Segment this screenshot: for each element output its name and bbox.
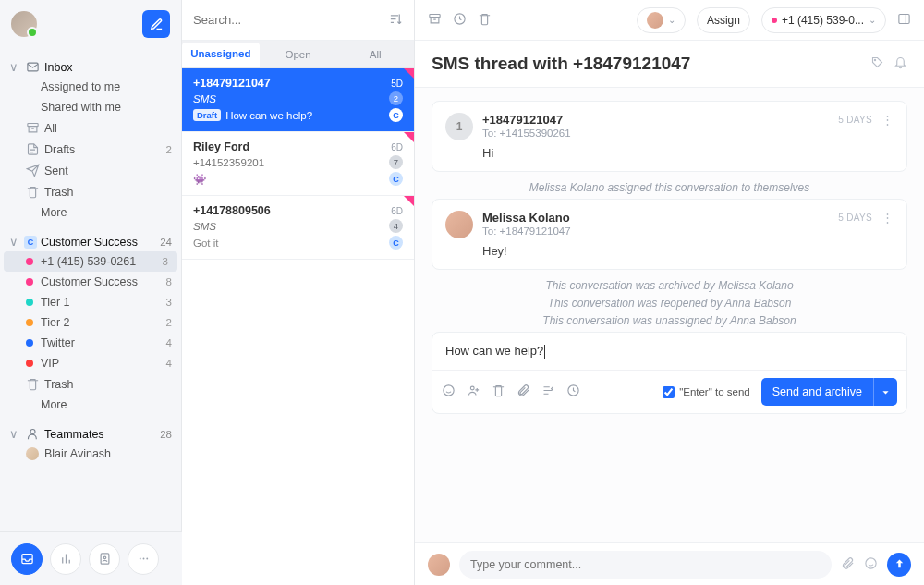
sidebar-item-drafts[interactable]: Drafts2	[0, 139, 181, 160]
sidebar-item-vip[interactable]: VIP4	[0, 353, 181, 373]
main-panel: ⌄ Assign +1 (415) 539-0...⌄ SMS thread w…	[415, 0, 924, 585]
draft-badge: Draft	[193, 109, 221, 121]
mention-button[interactable]	[467, 384, 480, 400]
svg-rect-10	[899, 14, 909, 23]
sidebar-section-team[interactable]: ∨ Teammates 28	[0, 424, 181, 444]
svg-point-12	[444, 385, 454, 396]
sidebar: ∨ Inbox Assigned to me Shared with me Al…	[0, 0, 182, 585]
sidebar-item-more[interactable]: More	[0, 202, 181, 223]
send-dropdown[interactable]	[873, 378, 897, 406]
comment-bar	[415, 542, 924, 585]
channel-picker[interactable]: +1 (415) 539-0...⌄	[761, 7, 886, 33]
message: 1 +184791210475 DAYS⋮ To: +14155390261 H…	[432, 101, 907, 172]
system-note: This conversation was reopened by Anna B…	[432, 297, 907, 310]
compose-button[interactable]	[142, 10, 170, 38]
inbox-icon	[24, 60, 41, 74]
sidebar-item-assigned[interactable]: Assigned to me	[0, 77, 181, 97]
system-note: This conversation was archived by Meliss…	[432, 279, 907, 292]
system-note: Melissa Kolano assigned this conversatio…	[432, 181, 907, 194]
delete-button[interactable]	[478, 12, 492, 29]
conversation-item[interactable]: +184791210475D SMS2 DraftHow can we help…	[182, 68, 414, 132]
sidebar-item-cs[interactable]: Customer Success8	[0, 272, 181, 292]
tray-icon	[20, 552, 34, 566]
more-icon	[137, 552, 151, 566]
sidebar-item-teammate[interactable]: Blair Avinash	[0, 444, 181, 464]
user-avatar[interactable]	[11, 11, 37, 37]
svg-point-5	[139, 558, 140, 560]
message-avatar	[445, 211, 473, 238]
sidebar-item-phone[interactable]: +1 (415) 539-02613	[4, 251, 177, 272]
attach-button[interactable]	[517, 384, 530, 400]
trash-icon	[24, 185, 41, 199]
channel-badge: C	[389, 236, 403, 250]
comment-avatar	[428, 554, 450, 576]
channel-badge: C	[389, 108, 403, 122]
flag-indicator	[404, 132, 414, 142]
tag-button[interactable]	[870, 55, 884, 72]
conversation-item[interactable]: +141788095066D SMS4 Got itC	[182, 196, 414, 260]
bell-button[interactable]	[894, 55, 907, 72]
main-toolbar: ⌄ Assign +1 (415) 539-0...⌄	[415, 0, 924, 41]
svg-point-6	[142, 558, 144, 560]
bottom-inbox-button[interactable]	[11, 543, 43, 575]
message-avatar: 1	[445, 113, 473, 140]
comment-emoji-icon[interactable]	[864, 556, 878, 573]
bottom-contacts-button[interactable]	[89, 543, 120, 575]
sidebar-section-inbox[interactable]: ∨ Inbox	[0, 57, 181, 77]
message: Melissa Kolano5 DAYS⋮ To: +18479121047 H…	[432, 199, 907, 270]
svg-point-7	[146, 558, 148, 560]
enter-to-send[interactable]: "Enter" to send	[663, 386, 750, 398]
emoji-button[interactable]	[442, 384, 456, 400]
sidebar-item-tier2[interactable]: Tier 22	[0, 312, 181, 333]
composer: How can we help? "Enter" to send Send an…	[432, 332, 907, 414]
assign-button[interactable]: Assign	[697, 7, 750, 33]
channel-dot	[772, 18, 777, 23]
composer-delete-button[interactable]	[492, 384, 505, 400]
svg-rect-1	[27, 124, 37, 127]
sidebar-item-tier1[interactable]: Tier 13	[0, 292, 181, 312]
bottom-analytics-button[interactable]	[50, 543, 81, 575]
archive-icon	[24, 121, 41, 135]
tab-all[interactable]: All	[336, 43, 414, 66]
flag-indicator	[404, 196, 414, 206]
enter-checkbox[interactable]	[663, 386, 675, 398]
contacts-icon	[98, 552, 112, 566]
svg-point-2	[30, 430, 35, 434]
comment-input[interactable]	[459, 551, 832, 579]
tab-open[interactable]: Open	[260, 43, 337, 66]
comment-attach-icon[interactable]	[841, 556, 855, 573]
sidebar-item-cs-trash[interactable]: Trash	[0, 373, 181, 395]
trash-icon	[24, 377, 41, 391]
sidebar-section-cs[interactable]: ∨ C Customer Success 24	[0, 232, 181, 251]
system-note: This conversation was unassigned by Anna…	[432, 314, 907, 327]
thread-body: 1 +184791210475 DAYS⋮ To: +14155390261 H…	[415, 88, 924, 542]
bottom-more-button[interactable]	[128, 543, 159, 575]
schedule-button[interactable]	[566, 384, 580, 400]
message-menu[interactable]: ⋮	[881, 113, 894, 127]
sidebar-item-sent[interactable]: Sent	[0, 160, 181, 181]
sidebar-item-all[interactable]: All	[0, 117, 181, 139]
flag-indicator	[404, 68, 414, 79]
assignee-picker[interactable]: ⌄	[637, 7, 686, 33]
send-button[interactable]: Send and archive	[761, 378, 897, 406]
sidebar-item-twitter[interactable]: Twitter4	[0, 333, 181, 353]
side-panel-button[interactable]	[897, 12, 911, 29]
sidebar-item-cs-more[interactable]: More	[0, 395, 181, 415]
message-menu[interactable]: ⋮	[881, 211, 894, 225]
template-button[interactable]	[541, 384, 555, 400]
conversation-tabs: Unassigned Open All	[182, 41, 414, 68]
sidebar-item-shared[interactable]: Shared with me	[0, 97, 181, 117]
search-input[interactable]	[193, 13, 389, 27]
archive-button[interactable]	[428, 12, 442, 29]
composer-textarea[interactable]: How can we help?	[432, 333, 906, 370]
cs-badge: C	[24, 236, 37, 249]
thread-title: SMS thread with +18479121047	[432, 54, 690, 74]
tab-unassigned[interactable]: Unassigned	[182, 43, 260, 67]
conversation-item[interactable]: Riley Ford6D +141523592017 👾C	[182, 132, 414, 196]
sort-icon[interactable]	[389, 12, 403, 29]
thread-header: SMS thread with +18479121047	[415, 41, 924, 88]
sidebar-item-trash[interactable]: Trash	[0, 181, 181, 202]
svg-rect-8	[430, 14, 440, 17]
snooze-button[interactable]	[453, 12, 467, 29]
comment-send-button[interactable]	[887, 553, 911, 577]
